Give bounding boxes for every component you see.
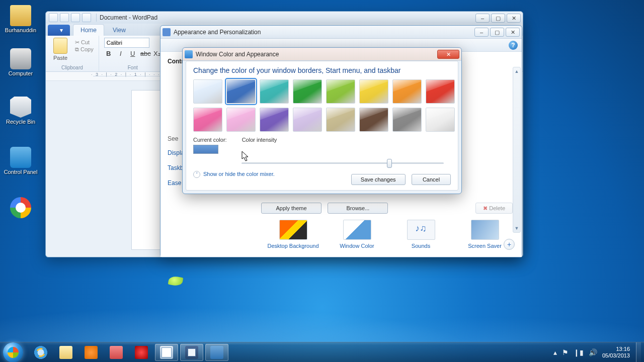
font-family-select[interactable]: [104, 38, 149, 48]
bold-button[interactable]: B: [104, 50, 113, 57]
wordpad-maximize-button[interactable]: ▢: [491, 14, 505, 23]
desktop-icon-control-panel[interactable]: Control Panel: [3, 147, 38, 175]
delete-button[interactable]: ✖ Delete: [475, 203, 513, 214]
appearance-title: Appearance and Personalization: [174, 29, 261, 36]
taskbar-control-panel[interactable]: [205, 344, 228, 361]
disk-icon: [185, 346, 198, 359]
wordpad-quick-access: Document - WordPad: [46, 12, 523, 24]
current-color-preview: [193, 145, 218, 154]
ribbon-file-tab[interactable]: ▾: [48, 25, 70, 36]
add-button[interactable]: +: [504, 239, 515, 250]
category-desktop-background[interactable]: Desktop Background: [263, 220, 324, 249]
color-swatch-0[interactable]: [193, 79, 222, 104]
color-dialog-icon: [185, 50, 193, 58]
desktop-icon-computer[interactable]: Computer: [3, 48, 38, 76]
color-swatch-3[interactable]: [293, 79, 322, 104]
qat-redo-icon[interactable]: [82, 13, 91, 22]
taskbar: ▴ ⚑ ❙▮ 🔊 13:16 05/03/2013: [0, 342, 644, 362]
taskbar-ie[interactable]: [29, 344, 52, 361]
wordpad-icon: [49, 13, 58, 22]
qat-save-icon[interactable]: [60, 13, 69, 22]
appearance-close-button[interactable]: ✕: [506, 28, 520, 37]
current-color-label: Current color:: [193, 137, 227, 143]
color-swatch-12[interactable]: [326, 108, 355, 132]
color-swatch-8[interactable]: [193, 108, 222, 132]
color-swatch-14[interactable]: [392, 108, 422, 132]
color-swatch-15[interactable]: [426, 108, 455, 132]
color-swatch-2[interactable]: [260, 79, 289, 104]
ie-icon: [34, 346, 47, 359]
color-swatch-13[interactable]: [359, 108, 388, 132]
color-swatch-4[interactable]: [326, 79, 355, 104]
color-swatch-5[interactable]: [359, 79, 388, 104]
italic-button[interactable]: I: [116, 50, 125, 57]
color-swatch-7[interactable]: [426, 79, 455, 104]
tray-clock[interactable]: 13:16 05/03/2013: [602, 346, 630, 358]
save-changes-button[interactable]: Save changes: [351, 174, 406, 185]
category-sounds[interactable]: Sounds: [391, 220, 451, 249]
tray-volume-icon[interactable]: 🔊: [589, 348, 597, 356]
color-intensity-slider[interactable]: [242, 157, 444, 169]
cut-button[interactable]: ✂ Cut: [75, 39, 94, 46]
underline-button[interactable]: U: [128, 50, 137, 57]
color-intensity-label: Color intensity: [242, 137, 277, 143]
category-window-color[interactable]: Window Color: [327, 220, 387, 249]
paste-button[interactable]: Paste: [51, 38, 70, 61]
taskbar-wordpad[interactable]: [155, 344, 178, 361]
ribbon-home-tab[interactable]: Home: [73, 24, 104, 36]
start-button[interactable]: [3, 342, 23, 363]
paste-icon: [53, 38, 67, 54]
color-swatch-1[interactable]: [226, 79, 256, 104]
taskbar-explorer[interactable]: [54, 344, 77, 361]
snip-icon: [110, 346, 123, 359]
show-desktop-button[interactable]: [636, 342, 641, 363]
desktop-icon-recycle-bin[interactable]: Recycle Bin: [3, 97, 38, 125]
wordpad-taskbar-icon: [160, 346, 173, 359]
opera-icon: [135, 346, 148, 359]
desktop-icon-chrome[interactable]: [3, 197, 38, 219]
color-dialog-title: Window Color and Appearance: [196, 51, 279, 58]
slider-thumb[interactable]: [387, 159, 392, 168]
help-icon[interactable]: ?: [509, 41, 518, 50]
tray-network-icon[interactable]: ❙▮: [574, 348, 584, 356]
color-dialog-heading: Change the color of your window borders,…: [193, 66, 451, 74]
color-swatch-10[interactable]: [260, 108, 289, 132]
appearance-icon: [163, 28, 171, 36]
window-color-dialog: Window Color and Appearance ✕ Change the…: [182, 47, 462, 194]
media-player-icon: [85, 346, 98, 359]
color-swatch-9[interactable]: [226, 108, 256, 132]
copy-button[interactable]: ⧉ Copy: [75, 46, 94, 53]
appearance-maximize-button[interactable]: ▢: [490, 28, 504, 37]
taskbar-snip[interactable]: [105, 344, 128, 361]
ribbon-view-tab[interactable]: View: [105, 24, 133, 36]
chevron-down-icon: ˅: [193, 171, 200, 178]
taskbar-media-player[interactable]: [79, 344, 103, 361]
color-swatch-6[interactable]: [392, 79, 422, 104]
system-tray: ▴ ⚑ ❙▮ 🔊 13:16 05/03/2013: [553, 346, 632, 358]
wordpad-close-button[interactable]: ✕: [507, 14, 521, 23]
cancel-button[interactable]: Cancel: [412, 174, 451, 185]
control-panel-icon: [210, 346, 223, 359]
folder-icon: [59, 346, 72, 359]
desktop-icon-user-folder[interactable]: Burhanuddin: [3, 5, 38, 33]
tray-flag-icon[interactable]: ⚑: [562, 348, 569, 356]
wordpad-title: Document - WordPad: [100, 14, 157, 21]
browse-button[interactable]: Browse...: [328, 203, 388, 214]
apply-theme-button[interactable]: Apply theme: [261, 203, 321, 214]
tray-chevron-icon[interactable]: ▴: [553, 348, 557, 356]
taskbar-save[interactable]: [180, 344, 203, 361]
color-swatch-11[interactable]: [293, 108, 322, 132]
color-swatch-grid: [193, 79, 451, 132]
color-dialog-close-button[interactable]: ✕: [437, 50, 459, 59]
taskbar-opera[interactable]: [130, 344, 153, 361]
appearance-minimize-button[interactable]: –: [474, 28, 489, 37]
wordpad-minimize-button[interactable]: –: [475, 14, 490, 23]
strike-button[interactable]: abc: [140, 50, 149, 57]
qat-undo-icon[interactable]: [71, 13, 80, 22]
